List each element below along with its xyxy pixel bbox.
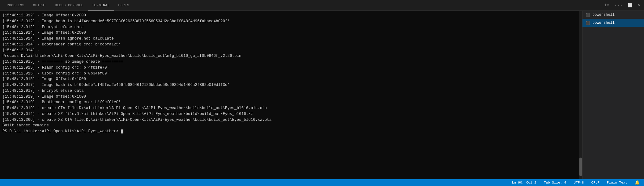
- terminal-content: [15:48:12.912] - Image Offset:0x2000[15:…: [2, 13, 580, 134]
- maximize-panel-button[interactable]: ⬜: [626, 2, 633, 8]
- terminal-instance-label: powershell: [592, 13, 615, 17]
- main-area: [15:48:12.912] - Image Offset:0x2000[15:…: [0, 11, 644, 179]
- terminal-line: [15:48:12.919] - Bootheader config crc: …: [2, 99, 580, 105]
- terminal-line: [15:48:12.915] - ========= sp image crea…: [2, 59, 580, 65]
- tab-bar-actions: + ∨ ··· ⬜ ×: [603, 2, 642, 9]
- tab-problems[interactable]: PROBLEMS: [2, 0, 29, 11]
- terminal-line: [15:48:12.919] - Image Offset:0x1000: [2, 94, 580, 100]
- terminal-line: [15:48:12.914] - Image Offset:0x2000: [2, 30, 580, 36]
- tab-terminal[interactable]: TERMINAL: [88, 0, 114, 11]
- terminal-instance-powershell2[interactable]: ⬛powershell: [582, 19, 644, 27]
- language-mode-indicator[interactable]: Plain Text: [606, 181, 629, 184]
- terminal-line: [15:48:12.914] - Image hash ignore,not c…: [2, 36, 580, 42]
- new-terminal-button[interactable]: + ∨: [603, 2, 610, 9]
- terminal-line: [15:48:12.915] - Image Offset:0x1000: [2, 76, 580, 82]
- terminal-line: [15:48:13.014] - create XZ file:D:\ai-th…: [2, 111, 580, 117]
- line-ending-indicator[interactable]: CRLF: [590, 181, 601, 184]
- terminal-line: Built target combine: [2, 123, 580, 129]
- terminal-line: [15:48:12.919] - create OTA file:D:\ai-t…: [2, 105, 580, 111]
- terminal-line: [15:48:12.917] - Encrypt efuse data: [2, 88, 580, 94]
- tab-debug-console[interactable]: DEBUG CONSOLE: [50, 0, 87, 11]
- terminal-line: [15:48:12.915] - Flash config crc: b'4fb…: [2, 65, 580, 71]
- terminal-line: PS D:\ai-thinker\AiPi-Open-Kits\AiPi-Eye…: [2, 129, 580, 134]
- terminal-line: [15:48:12.914] - Bootheader config crc: …: [2, 42, 580, 48]
- terminal-line: [15:48:12.917] - Image hash is b'69de5b7…: [2, 82, 580, 88]
- terminal-line: [15:48:12.915] - Clock config crc: b'0b3…: [2, 71, 580, 77]
- close-panel-button[interactable]: ×: [636, 2, 642, 9]
- tab-bar: PROBLEMS OUTPUT DEBUG CONSOLE TERMINAL P…: [0, 0, 644, 11]
- terminal-cursor: [121, 129, 123, 133]
- more-actions-button[interactable]: ···: [613, 2, 624, 9]
- terminal-line: [15:48:12.914] -: [2, 48, 580, 53]
- terminal-instance-powershell1[interactable]: ⬛powershell: [582, 11, 644, 19]
- side-panel: ⬛powershell⬛powershell: [582, 11, 644, 179]
- ln-col-indicator[interactable]: Ln 90, Col 2: [511, 181, 538, 184]
- terminal-icon: ⬛: [586, 13, 590, 17]
- scrollbar-track[interactable]: [579, 11, 582, 179]
- encoding-indicator[interactable]: UTF-8: [573, 181, 585, 184]
- terminal-icon: ⬛: [586, 21, 590, 25]
- terminal-line: Process D:\ai-thinker\AiPi-Open-Kits\AiP…: [2, 53, 580, 59]
- terminal-line: [15:48:12.912] - Image Offset:0x2000: [2, 13, 580, 19]
- scrollbar-thumb[interactable]: [579, 158, 582, 176]
- terminal-list: ⬛powershell⬛powershell: [582, 11, 644, 27]
- tab-ports[interactable]: PORTS: [114, 0, 134, 11]
- terminal-line: [15:48:13.366] - create XZ OTA file:D:\a…: [2, 117, 580, 123]
- tab-output[interactable]: OUTPUT: [29, 0, 51, 11]
- status-bar: Ln 90, Col 2 Tab Size: 4 UTF-8 CRLF Plai…: [0, 179, 644, 186]
- notifications-icon[interactable]: 🔔: [633, 180, 641, 185]
- terminal-line: [15:48:12.912] - Encrypt efuse data: [2, 24, 580, 30]
- terminal-line: [15:48:12.912] - Image hash is b'4f4eeca…: [2, 19, 580, 24]
- terminal-output[interactable]: [15:48:12.912] - Image Offset:0x2000[15:…: [0, 11, 582, 179]
- tab-size-indicator[interactable]: Tab Size: 4: [543, 181, 568, 184]
- terminal-instance-label: powershell: [592, 21, 615, 25]
